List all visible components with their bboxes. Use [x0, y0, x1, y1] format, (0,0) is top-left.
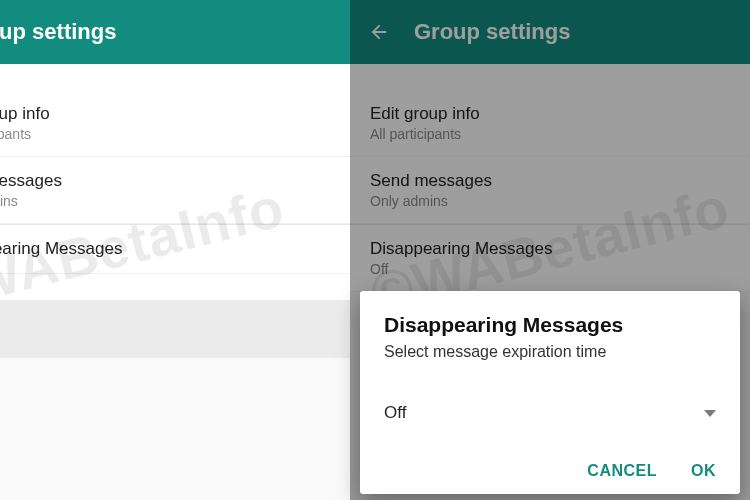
- right-screenshot: Group settings Edit group info All parti…: [350, 0, 750, 500]
- row-sub: Only admins: [0, 193, 270, 209]
- settings-list: Edit group info All participants Send me…: [0, 64, 350, 358]
- ok-button[interactable]: OK: [691, 462, 716, 480]
- dropdown-value: Off: [384, 403, 406, 423]
- row-label: Disappearing Messages: [0, 239, 270, 259]
- top-spacer: [0, 64, 350, 90]
- row-disappearing-messages[interactable]: Disappearing Messages: [0, 225, 350, 274]
- header-title: Group settings: [0, 19, 116, 45]
- dialog-subtitle: Select message expiration time: [384, 343, 716, 361]
- app-header: Group settings: [0, 0, 350, 64]
- expiration-dropdown[interactable]: Off: [384, 399, 716, 436]
- row-send-messages[interactable]: Send messages Only admins: [0, 157, 350, 224]
- row-edit-group-info[interactable]: Edit group info All participants: [0, 90, 350, 157]
- cancel-button[interactable]: Cancel: [587, 462, 657, 480]
- mid-spacer: [0, 274, 350, 300]
- disappearing-messages-dialog: Disappearing Messages Select message exp…: [360, 291, 740, 494]
- dialog-title: Disappearing Messages: [384, 313, 716, 337]
- row-label: Send messages: [0, 171, 270, 191]
- row-sub: All participants: [0, 126, 270, 142]
- chevron-down-icon: [704, 410, 716, 417]
- grey-block: [0, 300, 350, 358]
- dialog-actions: Cancel OK: [384, 462, 716, 480]
- row-label: Edit group info: [0, 104, 270, 124]
- left-screenshot: Group settings Edit group info All parti…: [0, 0, 350, 500]
